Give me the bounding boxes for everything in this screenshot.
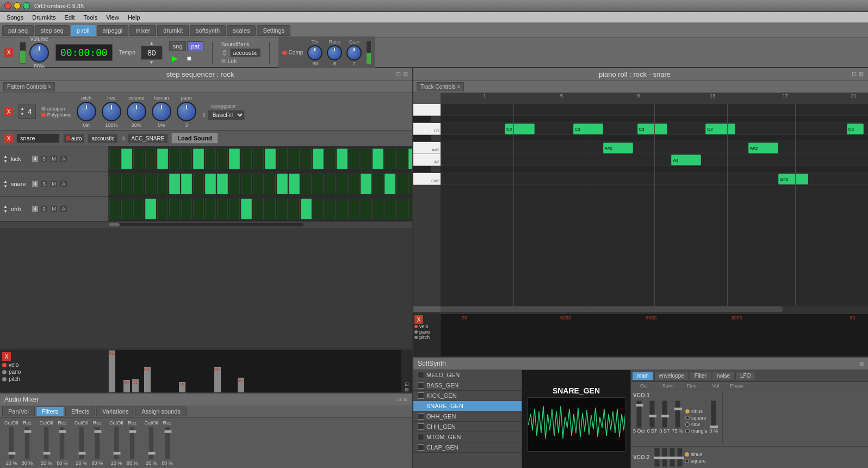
- minimize-button[interactable]: [14, 2, 21, 9]
- wave-saw-radio[interactable]: [685, 422, 690, 427]
- key-C3[interactable]: C3: [413, 123, 441, 135]
- ohh-beat-14[interactable]: [277, 199, 288, 219]
- ohh-beat-9[interactable]: [217, 199, 228, 219]
- ohh-beat-20[interactable]: [349, 199, 359, 219]
- mixer-collapse[interactable]: ⊠: [404, 397, 408, 402]
- note-c3-2[interactable]: C3: [573, 124, 603, 134]
- snare-beat-9[interactable]: [217, 174, 228, 194]
- vco2-oct-slider[interactable]: [654, 448, 660, 467]
- step-seq-collapse[interactable]: ⊠: [403, 71, 408, 78]
- load-sound-button[interactable]: Load Sound: [171, 133, 218, 144]
- snare-beat-21[interactable]: [361, 174, 371, 194]
- bass-checkbox[interactable]: [418, 382, 424, 389]
- snare-beat-14[interactable]: [277, 174, 288, 194]
- key-Cs3[interactable]: [413, 116, 431, 123]
- synth-item-chh[interactable]: CHH_GEN: [413, 422, 522, 432]
- synth-item-ohh[interactable]: OHH_GEN: [413, 411, 522, 422]
- mixer-expand[interactable]: ⊡: [397, 397, 401, 402]
- kick-beat-9[interactable]: [217, 149, 228, 169]
- roll-expand[interactable]: ⊡: [852, 71, 857, 78]
- wave-square-radio[interactable]: [685, 416, 690, 420]
- ohh-beat-0[interactable]: [109, 199, 120, 219]
- auto-button[interactable]: auto: [63, 134, 84, 143]
- snare-beat-4[interactable]: [157, 174, 168, 194]
- ohh-beat-15[interactable]: [289, 199, 300, 219]
- snare-down[interactable]: ▼: [3, 184, 8, 189]
- ohh-beat-21[interactable]: [361, 199, 371, 219]
- kick-beat-21[interactable]: [361, 149, 371, 169]
- ohh-checkbox[interactable]: [418, 413, 424, 420]
- snare-a[interactable]: A: [60, 180, 67, 188]
- note-gs2-1[interactable]: G#2: [778, 174, 808, 184]
- ohh-beat-5[interactable]: [169, 199, 180, 219]
- kick-beat-1[interactable]: [121, 149, 132, 169]
- snare-beat-2[interactable]: [133, 174, 144, 194]
- wave-saw[interactable]: saw: [685, 422, 708, 427]
- ohh-beat-17[interactable]: [313, 199, 324, 219]
- clap-checkbox[interactable]: [418, 444, 424, 451]
- kick-beat-16[interactable]: [301, 149, 312, 169]
- snare-beat-19[interactable]: [337, 174, 348, 194]
- snare-beat-3[interactable]: [145, 174, 156, 194]
- menu-edit[interactable]: Edit: [60, 12, 79, 22]
- pat-button[interactable]: pat: [187, 41, 203, 51]
- key-Gs2[interactable]: [413, 166, 431, 173]
- close-button[interactable]: [4, 2, 11, 9]
- key-B2[interactable]: [413, 135, 431, 142]
- sound-x-button[interactable]: X: [4, 134, 13, 143]
- menu-songs[interactable]: Songs: [2, 12, 28, 22]
- ohh-beat-10[interactable]: [229, 199, 240, 219]
- snare-beat-7[interactable]: [193, 174, 204, 194]
- vco2-wave-square[interactable]: square: [685, 458, 706, 464]
- note-c3-4[interactable]: C3: [705, 124, 735, 134]
- kick-beat-8[interactable]: [205, 149, 216, 169]
- kick-beat-15[interactable]: [289, 149, 300, 169]
- tempo-up[interactable]: ▲: [150, 41, 154, 46]
- menu-view[interactable]: View: [102, 12, 123, 22]
- vco1-vol-slider[interactable]: [675, 401, 680, 428]
- kick-a[interactable]: A: [60, 155, 67, 163]
- snare-m[interactable]: M: [50, 180, 58, 188]
- sng-button[interactable]: sng: [169, 41, 187, 51]
- kick-beat-11[interactable]: [241, 149, 252, 169]
- ohh-beat-18[interactable]: [325, 199, 336, 219]
- tab-drumkit[interactable]: drumkit: [157, 25, 189, 36]
- snare-beat-20[interactable]: [349, 174, 359, 194]
- snare-beat-16[interactable]: [301, 174, 312, 194]
- ohh-beat-1[interactable]: [121, 199, 132, 219]
- chh-checkbox[interactable]: [418, 423, 424, 430]
- ohh-down[interactable]: ▼: [3, 209, 8, 214]
- ohh-m[interactable]: M: [50, 205, 58, 213]
- tab-pat-seq[interactable]: pat seq: [2, 25, 34, 36]
- note-a2-1[interactable]: A2: [671, 155, 701, 165]
- kick-beat-23[interactable]: [385, 149, 395, 169]
- ohh-beat-8[interactable]: [205, 199, 216, 219]
- kick-beat-13[interactable]: [265, 149, 276, 169]
- synth-item-clap[interactable]: CLAP_GEN: [413, 442, 522, 453]
- snare-beat-18[interactable]: [325, 174, 336, 194]
- wave-sinus[interactable]: sinus: [685, 409, 708, 414]
- ohh-beat-25[interactable]: [408, 199, 412, 219]
- snare-beat-0[interactable]: [109, 174, 120, 194]
- roll-collapse[interactable]: ⊠: [859, 71, 864, 78]
- mixer-tab-effects[interactable]: Effects: [65, 407, 95, 416]
- pitch-knob[interactable]: [77, 102, 96, 121]
- param-tab-filter[interactable]: Filter: [690, 371, 711, 380]
- mixer-tab-filters[interactable]: Filters: [36, 407, 64, 416]
- instr-x-button[interactable]: X: [4, 107, 13, 116]
- maximize-button[interactable]: [23, 2, 30, 9]
- play-button[interactable]: ▶: [169, 52, 181, 64]
- grid-scrollbar[interactable]: [0, 221, 412, 228]
- key-G2[interactable]: G#2: [413, 173, 441, 185]
- synth-item-mtom[interactable]: MTOM_GEN: [413, 432, 522, 442]
- ohh-beat-4[interactable]: [157, 199, 168, 219]
- synth-item-kick[interactable]: KICK_GEN: [413, 391, 522, 401]
- kick-down[interactable]: ▼: [3, 159, 8, 164]
- kick-beat-6[interactable]: [181, 149, 192, 169]
- mixer-tab-variations[interactable]: Variations: [96, 407, 134, 416]
- note-c3-1[interactable]: C3: [505, 124, 535, 134]
- vco2-fine-slider[interactable]: [669, 448, 675, 467]
- cutoff-fader-0[interactable]: [9, 427, 14, 459]
- rez-fader-2[interactable]: [95, 427, 100, 459]
- param-tab-main[interactable]: main: [632, 371, 654, 380]
